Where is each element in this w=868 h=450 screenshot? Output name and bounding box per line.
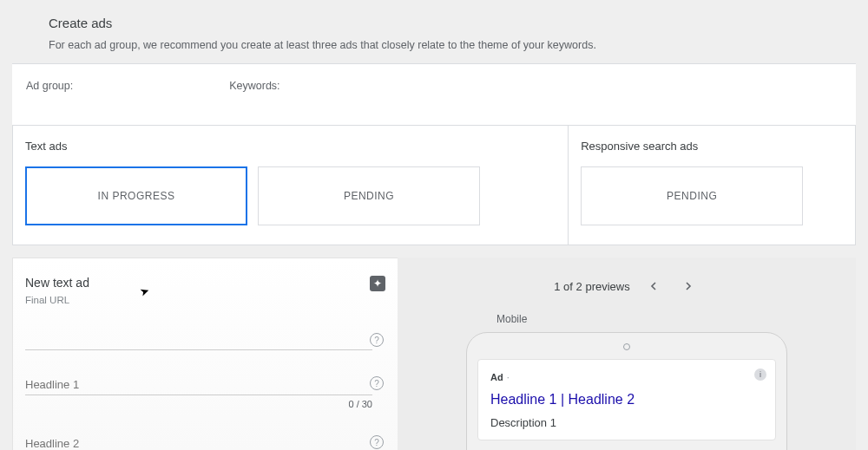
form-title: New text ad [25,276,89,290]
page-subtitle: For each ad group, we recommend you crea… [12,39,856,51]
responsive-ads-title: Responsive search ads [581,140,843,153]
responsive-ad-card-pending[interactable]: PENDING [581,166,803,225]
headline2-input[interactable] [25,434,372,450]
ad-preview-card: Ad· i Headline 1 | Headline 2 Descriptio… [477,359,776,440]
help-icon[interactable]: ? [370,435,384,449]
ad-form-panel: New text ad Final URL ✦ ➤ ? ? 0 / 30 ? 0… [12,258,398,450]
help-icon[interactable]: ? [370,376,384,390]
preview-next-button[interactable] [677,275,700,297]
preview-count-label: 1 of 2 previews [554,280,629,293]
mobile-label: Mobile [496,313,844,325]
headline1-counter: 0 / 30 [25,399,372,409]
ad-preview-description: Description 1 [490,416,763,429]
ad-group-bar: Ad group: Keywords: [12,63,856,126]
text-ad-card-pending[interactable]: PENDING [258,166,480,225]
ad-preview-headline: Headline 1 | Headline 2 [490,392,763,408]
phone-frame: Ad· i Headline 1 | Headline 2 Descriptio… [466,332,787,450]
keywords-label: Keywords: [229,80,279,92]
final-url-input[interactable] [25,331,372,350]
page-title: Create ads [12,16,856,30]
chevron-left-icon [649,282,658,290]
preview-prev-button[interactable] [642,275,665,297]
ad-tag: Ad [490,372,503,382]
info-icon[interactable]: i [754,368,766,381]
final-url-label: Final URL [25,295,89,305]
ad-dot-icon: · [507,372,510,382]
ad-group-label: Ad group: [26,80,73,92]
help-icon[interactable]: ? [370,333,384,347]
preview-panel: 1 of 2 previews Mobile Ad· i Headline 1 … [398,258,856,450]
headline1-input[interactable] [25,375,372,395]
chevron-right-icon [684,282,693,290]
sparkle-icon[interactable]: ✦ [370,276,385,291]
text-ads-title: Text ads [25,140,556,153]
text-ad-card-in-progress[interactable]: IN PROGRESS [25,166,247,225]
ad-categories: Text ads IN PROGRESS PENDING Responsive … [12,126,856,245]
camera-icon [623,343,630,350]
